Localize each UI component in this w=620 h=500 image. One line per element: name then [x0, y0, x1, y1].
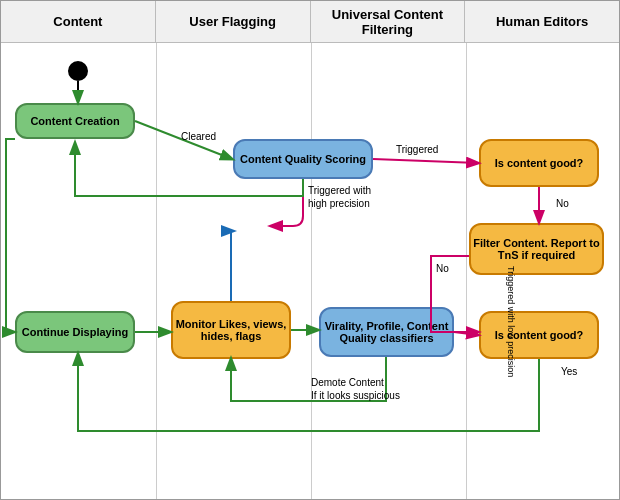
- content-creation-node: Content Creation: [15, 103, 135, 139]
- label-triggered: Triggered: [396, 144, 438, 155]
- monitor-likes-node: Monitor Likes, views, hides, flags: [171, 301, 291, 359]
- label-no-1: No: [556, 198, 569, 209]
- continue-displaying-node: Continue Displaying: [15, 311, 135, 353]
- label-triggered-low-precision: Triggered with low precision: [456, 266, 516, 377]
- col-divider-2: [311, 43, 312, 499]
- label-cleared: Cleared: [181, 131, 216, 142]
- header-human-editors: Human Editors: [465, 1, 619, 42]
- header-ucf: Universal Content Filtering: [311, 1, 466, 42]
- content-quality-scoring-node: Content Quality Scoring: [233, 139, 373, 179]
- is-content-good-1-node: Is content good?: [479, 139, 599, 187]
- label-yes: Yes: [561, 366, 577, 377]
- label-no-2: No: [436, 263, 449, 274]
- header-content: Content: [1, 1, 156, 42]
- virality-profile-node: Virality, Profile, Content Quality class…: [319, 307, 454, 357]
- header-user-flagging: User Flagging: [156, 1, 311, 42]
- start-node: [68, 61, 88, 81]
- svg-line-2: [373, 159, 478, 163]
- col-divider-1: [156, 43, 157, 499]
- label-demote: Demote Content If it looks suspicious: [311, 376, 401, 402]
- column-headers: Content User Flagging Universal Content …: [1, 1, 619, 43]
- label-triggered-high-precision: Triggered with high precision: [308, 184, 388, 210]
- diagram-container: Content User Flagging Universal Content …: [0, 0, 620, 500]
